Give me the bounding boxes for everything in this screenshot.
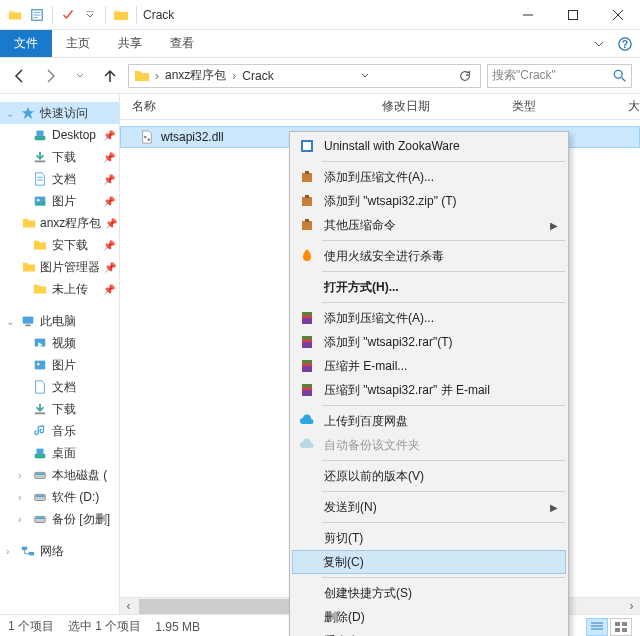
check-icon[interactable] — [59, 4, 77, 26]
rar-icon — [296, 381, 318, 399]
sidebar-pc-item-5[interactable]: 桌面 — [0, 442, 119, 464]
tree-label: 网络 — [40, 543, 64, 560]
breadcrumb-seg2[interactable]: Crack — [240, 69, 275, 83]
sidebar-pc-item-6[interactable]: ›本地磁盘 ( — [0, 464, 119, 486]
sidebar-item-3[interactable]: 图片📌 — [0, 190, 119, 212]
tree-network[interactable]: › 网络 — [0, 540, 119, 562]
maximize-button[interactable] — [550, 0, 595, 30]
col-name[interactable]: 名称 — [120, 98, 370, 115]
sidebar-item-4[interactable]: anxz程序包📌 — [0, 212, 119, 234]
sidebar-pc-item-3[interactable]: 下载 — [0, 398, 119, 420]
tree-this-pc[interactable]: ⌄ 此电脑 — [0, 310, 119, 332]
view-icons-button[interactable] — [610, 618, 632, 636]
sidebar-item-2[interactable]: 文档📌 — [0, 168, 119, 190]
svg-rect-6 — [37, 131, 44, 136]
search-icon[interactable] — [613, 69, 627, 83]
qat-dropdown-icon[interactable] — [81, 4, 99, 26]
tree-quick-access[interactable]: ⌄ 快速访问 — [0, 102, 119, 124]
tab-home[interactable]: 主页 — [52, 30, 104, 57]
col-type[interactable]: 类型 — [500, 98, 616, 115]
folder-icon — [32, 281, 48, 297]
cm-huorong-scan[interactable]: 使用火绒安全进行杀毒 — [292, 244, 566, 268]
scroll-left-icon[interactable]: ‹ — [120, 598, 137, 615]
sidebar-pc-item-0[interactable]: 视频 — [0, 332, 119, 354]
svg-point-27 — [147, 138, 150, 141]
cm-send-to[interactable]: 发送到(N)▶ — [292, 495, 566, 519]
cm-create-shortcut[interactable]: 创建快捷方式(S) — [292, 581, 566, 605]
sidebar-item-6[interactable]: 图片管理器📌 — [0, 256, 119, 278]
sidebar-pc-item-1[interactable]: 图片 — [0, 354, 119, 376]
tree-label: 此电脑 — [40, 313, 76, 330]
pin-icon: 📌 — [105, 218, 120, 229]
submenu-arrow-icon: ▶ — [550, 502, 566, 513]
tree-label: 未上传 — [52, 281, 88, 298]
col-date[interactable]: 修改日期 — [370, 98, 500, 115]
sidebar-item-5[interactable]: 安下载📌 — [0, 234, 119, 256]
search-input[interactable]: 搜索"Crack" — [487, 64, 632, 88]
cm-add-to-zip[interactable]: 添加到压缩文件(A)... — [292, 165, 566, 189]
recent-dropdown[interactable] — [68, 64, 92, 88]
minimize-button[interactable] — [505, 0, 550, 30]
properties-icon[interactable] — [28, 4, 46, 26]
sidebar-item-7[interactable]: 未上传📌 — [0, 278, 119, 300]
tree-label: 图片管理器 — [40, 259, 100, 276]
cm-cut[interactable]: 剪切(T) — [292, 526, 566, 550]
tree-label: 音乐 — [52, 423, 76, 440]
folder-icon — [32, 171, 48, 187]
svg-rect-47 — [302, 360, 312, 363]
pin-icon: 📌 — [103, 130, 119, 141]
svg-rect-7 — [35, 161, 46, 163]
view-details-button[interactable] — [586, 618, 608, 636]
cm-rar-email[interactable]: 压缩并 E-mail... — [292, 354, 566, 378]
tree-label: 本地磁盘 ( — [52, 467, 107, 484]
sidebar-item-1[interactable]: 下载📌 — [0, 146, 119, 168]
close-button[interactable] — [595, 0, 640, 30]
sidebar-item-0[interactable]: Desktop📌 — [0, 124, 119, 146]
forward-button[interactable] — [38, 64, 62, 88]
help-icon[interactable]: ? — [618, 37, 632, 51]
cm-rename[interactable]: 重命名(M) — [292, 629, 566, 636]
sidebar-pc-item-7[interactable]: ›软件 (D:) — [0, 486, 119, 508]
refresh-icon[interactable] — [454, 69, 476, 83]
up-button[interactable] — [98, 64, 122, 88]
ribbon-expand-icon[interactable] — [594, 39, 604, 49]
tree-label: 快速访问 — [40, 105, 88, 122]
cm-other-zip[interactable]: 其他压缩命令▶ — [292, 213, 566, 237]
tab-view[interactable]: 查看 — [156, 30, 208, 57]
scroll-right-icon[interactable]: › — [623, 598, 640, 615]
tree-label: anxz程序包 — [40, 215, 101, 232]
sidebar-pc-item-4[interactable]: 音乐 — [0, 420, 119, 442]
svg-rect-13 — [35, 361, 46, 370]
cm-add-to-rar[interactable]: 添加到压缩文件(A)... — [292, 306, 566, 330]
cm-open-with[interactable]: 打开方式(H)... — [292, 275, 566, 299]
folder-icon[interactable] — [6, 4, 24, 26]
cm-copy[interactable]: 复制(C) — [292, 550, 566, 574]
col-size[interactable]: 大 — [616, 98, 640, 115]
back-button[interactable] — [8, 64, 32, 88]
chevron-right-icon[interactable]: › — [153, 69, 161, 83]
chevron-down-icon[interactable]: ⌄ — [6, 316, 16, 327]
chevron-right-icon[interactable]: › — [6, 546, 16, 557]
svg-point-9 — [37, 199, 40, 202]
chevron-right-icon[interactable]: › — [230, 69, 238, 83]
rar-icon — [296, 333, 318, 351]
breadcrumb-seg1[interactable]: anxz程序包 — [163, 67, 228, 84]
svg-rect-35 — [305, 171, 309, 174]
cm-uninstall-zookaware[interactable]: Uninstall with ZookaWare — [292, 134, 566, 158]
cm-rar-named-email[interactable]: 压缩到 "wtsapi32.rar" 并 E-mail — [292, 378, 566, 402]
tab-file[interactable]: 文件 — [0, 30, 52, 57]
sidebar-pc-item-8[interactable]: ›备份 [勿删] — [0, 508, 119, 530]
breadcrumb-dropdown[interactable] — [357, 72, 373, 80]
tab-share[interactable]: 共享 — [104, 30, 156, 57]
drive-icon — [32, 401, 48, 417]
cm-restore-previous[interactable]: 还原以前的版本(V) — [292, 464, 566, 488]
cm-delete[interactable]: 删除(D) — [292, 605, 566, 629]
drive-icon — [32, 423, 48, 439]
breadcrumb[interactable]: › anxz程序包 › Crack — [128, 64, 481, 88]
chevron-down-icon[interactable]: ⌄ — [6, 108, 16, 119]
cm-add-to-named-zip[interactable]: 添加到 "wtsapi32.zip" (T) — [292, 189, 566, 213]
svg-rect-38 — [302, 221, 312, 230]
cm-baidu-upload[interactable]: 上传到百度网盘 — [292, 409, 566, 433]
sidebar-pc-item-2[interactable]: 文档 — [0, 376, 119, 398]
cm-add-to-named-rar[interactable]: 添加到 "wtsapi32.rar"(T) — [292, 330, 566, 354]
